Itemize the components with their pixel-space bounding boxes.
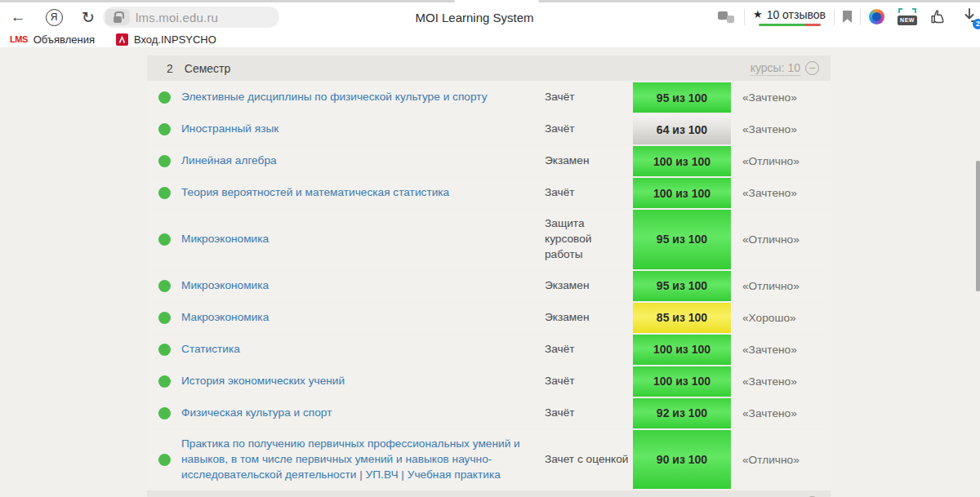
course-row: Микроэкономика Экзамен 95 из 100 «Отличн… <box>147 271 831 301</box>
score-badge: 95 из 100 <box>633 82 731 113</box>
downloads-button[interactable]: 2 <box>960 7 980 28</box>
lock-icon <box>114 16 122 23</box>
gradebook-table: 2 Семестр курсы: 10 − Элективные дисципл… <box>147 55 831 497</box>
course-rows: Элективные дисциплины по физической куль… <box>147 82 831 489</box>
download-count-badge: 2 <box>973 19 980 29</box>
status-dot-icon <box>158 312 171 324</box>
bookmark-icon[interactable] <box>843 11 852 23</box>
bracket-icon <box>912 8 916 13</box>
status-dot-icon <box>158 155 171 167</box>
course-link[interactable]: Физическая культура и спорт <box>181 406 332 421</box>
courses-count-label: курсы: 10 <box>751 61 800 76</box>
status-dot-icon <box>158 375 171 388</box>
semester-2-collapse-toggle[interactable]: курсы: 10 − <box>751 61 819 76</box>
course-link[interactable]: Линейная алгебра <box>181 153 277 169</box>
divider <box>860 9 861 25</box>
extension-icon[interactable] <box>869 9 884 24</box>
assessment-type: Зачёт <box>545 398 633 428</box>
course-link[interactable]: Микроэкономика <box>181 232 269 247</box>
reactions-icon[interactable] <box>930 9 947 25</box>
scrollbar-thumb[interactable] <box>976 161 980 291</box>
url-text: lms.moi.edu.ru <box>136 11 218 24</box>
reviews-label: 10 отзывов <box>767 8 826 21</box>
new-badge: NEW <box>898 16 917 25</box>
score-badge: 100 из 100 <box>633 146 731 176</box>
assessment-type: Зачёт <box>545 82 633 113</box>
course-row: Физическая культура и спорт Зачёт 92 из … <box>147 398 831 428</box>
divider <box>744 9 745 25</box>
score-badge: 64 из 100 <box>633 114 731 144</box>
page-title: MOI Learning System <box>415 11 533 24</box>
score-badge: 90 из 100 <box>633 430 731 490</box>
course-link[interactable]: Статистика <box>181 342 240 357</box>
course-link[interactable]: Элективные дисциплины по физической куль… <box>181 90 488 105</box>
assessment-type: Зачёт <box>545 114 633 144</box>
browser-toolbar: ← Я ↻ lms.moi.edu.ru MOI Learning System… <box>0 2 980 31</box>
grade-text: «Отлично» <box>731 146 831 176</box>
bookmark-label: Вход.INPSYCHO <box>134 33 216 46</box>
assessment-type: Зачёт <box>545 178 633 208</box>
bookmark-inpsycho[interactable]: Вход.INPSYCHO <box>116 33 216 46</box>
semester-2-header: 2 Семестр курсы: 10 − <box>147 55 831 81</box>
course-link[interactable]: Макроэкономика <box>181 310 269 326</box>
feedback-icon[interactable] <box>718 10 734 24</box>
course-row: Линейная алгебра Экзамен 100 из 100 «Отл… <box>147 146 831 176</box>
grade-text: «Отлично» <box>731 271 831 301</box>
new-feature-icon[interactable]: NEW <box>898 8 917 25</box>
grade-text: «Отлично» <box>731 210 831 269</box>
grade-text: «Зачтено» <box>731 335 831 365</box>
course-link[interactable]: Иностранный язык <box>181 122 278 137</box>
grade-text: «Зачтено» <box>731 114 831 144</box>
bookmark-label: Объявления <box>33 33 95 46</box>
status-dot-icon <box>158 454 171 466</box>
address-bar[interactable]: lms.moi.edu.ru <box>103 7 279 28</box>
score-badge: 100 из 100 <box>633 335 731 365</box>
status-dot-icon <box>158 123 171 135</box>
assessment-type: Экзамен <box>545 271 633 301</box>
course-row: Практика по получению первичных професси… <box>147 430 831 490</box>
yandex-logo: Я <box>46 9 63 26</box>
inpsycho-favicon <box>116 33 128 46</box>
status-dot-icon <box>158 280 171 292</box>
course-row: Статистика Зачёт 100 из 100 «Зачтено» <box>147 335 831 365</box>
status-dot-icon <box>158 91 171 104</box>
score-badge: 85 из 100 <box>633 303 731 333</box>
grade-text: «Отлично» <box>731 430 831 490</box>
assessment-type: Зачет с оценкой <box>545 430 633 490</box>
course-link[interactable]: Практика по получению первичных професси… <box>181 437 533 483</box>
back-button[interactable]: ← <box>7 6 29 29</box>
status-dot-icon <box>158 187 171 199</box>
semester-title: Семестр <box>185 62 231 75</box>
status-dot-icon <box>158 407 171 419</box>
course-row: История экономических учений Зачёт 100 и… <box>147 366 831 397</box>
course-link[interactable]: История экономических учений <box>181 374 345 389</box>
course-link[interactable]: Микроэкономика <box>181 278 269 294</box>
divider <box>834 9 835 25</box>
score-badge: 95 из 100 <box>633 210 731 269</box>
assessment-type: Экзамен <box>545 303 633 333</box>
semester-number: 2 <box>167 62 173 75</box>
assessment-type: Защита курсовой работы <box>545 210 633 269</box>
grade-text: «Хорошо» <box>731 303 831 333</box>
assessment-type: Зачёт <box>545 335 633 365</box>
site-reviews-button[interactable]: ★ 10 отзывов <box>753 8 826 26</box>
star-icon: ★ <box>753 8 763 20</box>
status-dot-icon <box>158 233 171 246</box>
bookmark-lms[interactable]: LMS Объявления <box>10 33 95 46</box>
assessment-type: Экзамен <box>545 146 633 176</box>
grade-text: «Зачтено» <box>731 366 831 397</box>
lms-favicon: LMS <box>10 34 28 44</box>
page-content: 2 Семестр курсы: 10 − Элективные дисципл… <box>0 48 980 497</box>
semester-3-header: 3 Семестр курсы: 10 + <box>147 490 831 497</box>
ssl-lock-chip[interactable] <box>105 9 130 25</box>
yandex-browser-icon[interactable]: Я <box>42 6 65 29</box>
status-dot-icon <box>158 344 171 356</box>
course-link[interactable]: Теория вероятностей и математическая ста… <box>181 185 449 201</box>
course-row: Микроэкономика Защита курсовой работы 95… <box>147 210 831 269</box>
refresh-button[interactable]: ↻ <box>77 6 100 29</box>
bracket-icon <box>898 8 902 13</box>
score-badge: 100 из 100 <box>633 366 731 397</box>
course-row: Элективные дисциплины по физической куль… <box>147 82 831 113</box>
score-badge: 95 из 100 <box>633 271 731 301</box>
bookmarks-bar: LMS Объявления Вход.INPSYCHO <box>0 31 980 48</box>
